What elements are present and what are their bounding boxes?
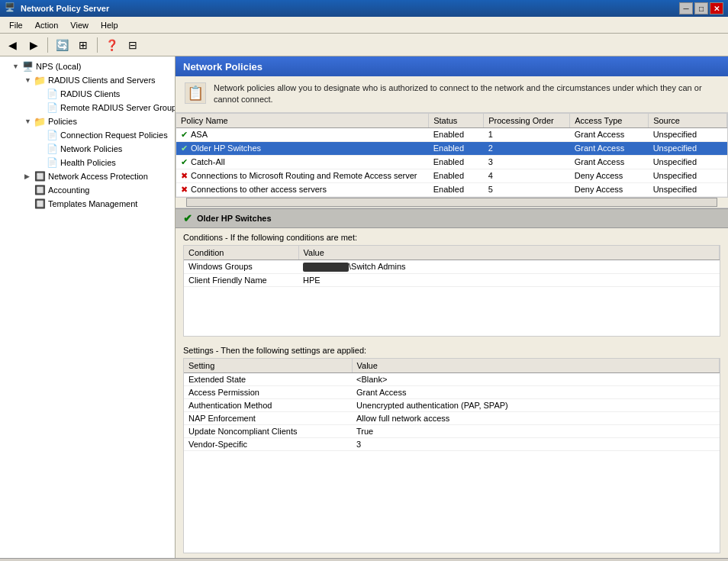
main-layout: ▼ 🖥️ NPS (Local) ▼ 📁 RADIUS Clients and … <box>0 56 728 558</box>
radius-label: RADIUS Clients and Servers <box>48 76 156 85</box>
status-cell: Enabled <box>429 182 484 196</box>
forward-button[interactable]: ▶ <box>24 36 43 54</box>
table-hscroll[interactable] <box>176 198 728 208</box>
set-col-setting[interactable]: Setting <box>184 359 352 373</box>
set-col-value[interactable]: Value <box>352 359 720 373</box>
access-cell: Deny Access <box>570 182 649 196</box>
col-processing-order[interactable]: Processing Order <box>484 114 570 128</box>
value-cell: \Switch Admins <box>298 260 720 273</box>
setting-cell: Update Noncompliant Clients <box>184 424 352 437</box>
setting-cell: Extended State <box>184 372 352 385</box>
tree-item-nps-local[interactable]: ▼ 🖥️ NPS (Local) <box>0 60 175 73</box>
table-row[interactable]: Windows Groups \Switch Admins <box>184 260 720 273</box>
radius-folder-icon: 📁 <box>34 74 46 86</box>
tree-toggle-radius: ▼ <box>24 76 34 84</box>
back-button[interactable]: ◀ <box>3 36 21 54</box>
access-cell: Deny Access <box>570 169 649 182</box>
close-button[interactable]: ✕ <box>710 2 723 15</box>
minimize-button[interactable]: ─ <box>679 2 693 15</box>
table-row[interactable]: ✖Connections to Microsoft Routing and Re… <box>176 169 727 182</box>
refresh-button[interactable]: 🔄 <box>53 36 71 54</box>
menu-file[interactable]: File <box>3 19 29 31</box>
col-status[interactable]: Status <box>429 114 484 128</box>
table-row[interactable]: Extended State <Blank> <box>184 372 720 385</box>
setting-cell: Access Permission <box>184 385 352 398</box>
window-controls: ─ □ ✕ <box>679 2 723 15</box>
access-cell: Grant Access <box>570 127 649 141</box>
value-cell: Grant Access <box>352 385 720 398</box>
value-cell: 3 <box>352 437 720 450</box>
table-row[interactable]: Authentication Method Unencrypted authen… <box>184 398 720 411</box>
policy-table: Policy Name Status Processing Order Acce… <box>176 114 727 197</box>
menu-help[interactable]: Help <box>95 19 124 31</box>
info-icon: 📋 <box>185 82 206 104</box>
status-cell: Enabled <box>429 169 484 182</box>
rr-label: Remote RADIUS Server Group <box>60 103 176 112</box>
table-row[interactable]: Update Noncompliant Clients True <box>184 424 720 437</box>
tree-toggle-policies: ▼ <box>24 118 34 125</box>
value-cell: Allow full network access <box>352 411 720 424</box>
source-cell: Unspecified <box>649 182 727 196</box>
tree-item-nap[interactable]: ▶ 🔲 Network Access Protection <box>0 169 175 183</box>
left-panel: ▼ 🖥️ NPS (Local) ▼ 📁 RADIUS Clients and … <box>0 56 176 558</box>
tree-item-policies[interactable]: ▼ 📁 Policies <box>0 114 175 128</box>
tree-item-connection-request[interactable]: 📄 Connection Request Policies <box>0 128 175 142</box>
table-row[interactable]: Vendor-Specific 3 <box>184 437 720 450</box>
settings-label: Settings - Then the following settings a… <box>183 346 720 355</box>
cond-col-value[interactable]: Value <box>298 246 720 260</box>
detail-title: Older HP Switches <box>197 214 272 223</box>
menu-action[interactable]: Action <box>29 19 65 31</box>
setting-cell: Authentication Method <box>184 398 352 411</box>
status-cell: Enabled <box>429 127 484 141</box>
source-cell: Unspecified <box>649 169 727 182</box>
table-row[interactable]: NAP Enforcement Allow full network acces… <box>184 411 720 424</box>
nap-icon: 🔲 <box>34 170 46 182</box>
tree-toggle-nap: ▶ <box>24 172 34 180</box>
table-row[interactable]: ✔Catch-All Enabled 3 Grant Access Unspec… <box>176 155 727 169</box>
status-cell: Enabled <box>429 141 484 155</box>
tree-item-templates[interactable]: 🔲 Templates Management <box>0 197 175 211</box>
table-row[interactable]: Access Permission Grant Access <box>184 385 720 398</box>
tree-item-radius-clients[interactable]: 📄 RADIUS Clients <box>0 87 175 101</box>
setting-cell: Vendor-Specific <box>184 437 352 450</box>
cond-col-condition[interactable]: Condition <box>184 246 298 260</box>
section-header: Network Policies <box>176 56 728 76</box>
app-icon: 🖥️ <box>5 2 17 15</box>
col-policy-name[interactable]: Policy Name <box>176 114 429 128</box>
tree-item-accounting[interactable]: 🔲 Accounting <box>0 183 175 197</box>
accounting-icon: 🔲 <box>34 184 46 196</box>
table-row[interactable]: Client Friendly Name HPE <box>184 273 720 286</box>
menu-view[interactable]: View <box>64 19 95 31</box>
table-row[interactable]: ✖Connections to other access servers Ena… <box>176 182 727 196</box>
order-cell: 5 <box>484 182 570 196</box>
settings-table: Setting Value Extended State <Blank> Acc… <box>184 359 720 451</box>
help-button[interactable]: ❓ <box>102 36 121 54</box>
np-label: Network Policies <box>60 144 122 153</box>
conditions-label: Conditions - If the following conditions… <box>183 233 720 242</box>
menu-bar: File Action View Help <box>0 17 728 34</box>
tree-item-remote-radius[interactable]: 📄 Remote RADIUS Server Group <box>0 101 175 114</box>
order-cell: 4 <box>484 169 570 182</box>
templates-label: Templates Management <box>48 199 137 208</box>
policies-label: Policies <box>48 117 77 126</box>
col-source[interactable]: Source <box>649 114 727 128</box>
value-cell: Unencrypted authentication (PAP, SPAP) <box>352 398 720 411</box>
access-cell: Grant Access <box>570 141 649 155</box>
col-access-type[interactable]: Access Type <box>570 114 649 128</box>
tree-item-health-policies[interactable]: 📄 Health Policies <box>0 156 175 169</box>
properties-button[interactable]: ⊟ <box>124 36 142 54</box>
table-row[interactable]: ✔ASA Enabled 1 Grant Access Unspecified <box>176 127 727 141</box>
table-row[interactable]: ✔Older HP Switches Enabled 2 Grant Acces… <box>176 141 727 155</box>
accounting-label: Accounting <box>48 185 89 195</box>
value-cell: HPE <box>298 273 720 286</box>
tree-item-radius-clients-servers[interactable]: ▼ 📁 RADIUS Clients and Servers <box>0 73 175 87</box>
rc-label: RADIUS Clients <box>60 89 120 98</box>
crp-icon: 📄 <box>46 129 58 141</box>
view-button[interactable]: ⊞ <box>74 36 92 54</box>
tree-item-network-policies[interactable]: 📄 Network Policies <box>0 142 175 156</box>
order-cell: 1 <box>484 127 570 141</box>
title-bar: 🖥️ Network Policy Server ─ □ ✕ <box>0 0 728 17</box>
value-cell: <Blank> <box>352 372 720 385</box>
maximize-button[interactable]: □ <box>694 2 708 15</box>
details-section: ✔ Older HP Switches Conditions - If the … <box>176 208 728 558</box>
